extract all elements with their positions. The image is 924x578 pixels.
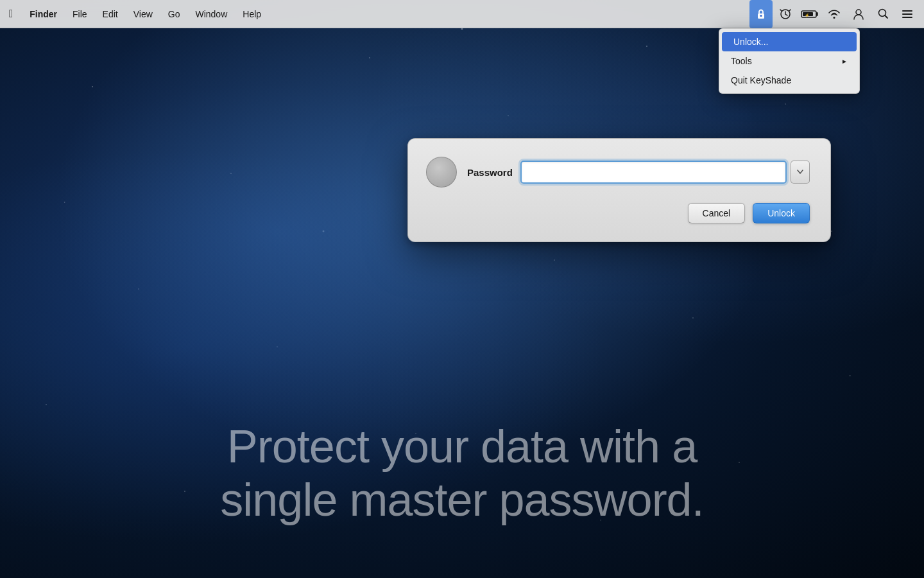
password-input[interactable] (520, 161, 787, 184)
tools-submenu-arrow: ► (841, 58, 848, 65)
apple-menu[interactable]:  (0, 0, 22, 28)
unlock-menu-label: Unlock... (733, 37, 768, 47)
view-menu[interactable]: View (126, 0, 160, 28)
wifi-menubar-icon[interactable] (823, 0, 846, 28)
go-menu[interactable]: Go (160, 0, 188, 28)
svg-point-6 (856, 10, 861, 15)
dialog-app-icon (426, 157, 457, 188)
dialog-buttons: Cancel Unlock (426, 203, 810, 223)
dialog-content: Password (426, 157, 810, 188)
svg-rect-9 (902, 13, 912, 15)
svg-text:⚡: ⚡ (805, 13, 810, 18)
quit-menu-label: Quit KeyShade (731, 75, 791, 85)
password-dialog: Password Cancel Unlock (407, 138, 831, 242)
timemachine-icon (779, 8, 792, 20)
edit-menu[interactable]: Edit (95, 0, 126, 28)
file-menu[interactable]: File (65, 0, 95, 28)
menu-item-tools[interactable]: Tools ► (719, 51, 859, 71)
chevron-down-icon (797, 170, 803, 175)
keyshade-menubar-icon[interactable] (749, 0, 773, 28)
lock-icon (755, 8, 767, 20)
list-menubar-icon[interactable] (896, 0, 919, 28)
user-icon (853, 8, 864, 20)
help-menu[interactable]: Help (235, 0, 269, 28)
keyshade-dropdown-menu: Unlock... Tools ► Quit KeyShade (719, 28, 860, 94)
battery-icon: ⚡ (801, 10, 819, 19)
svg-rect-1 (760, 15, 762, 17)
battery-menubar-icon[interactable]: ⚡ (798, 0, 821, 28)
tagline-line1: Protect your data with a (38, 420, 886, 473)
tagline-line2: single master password. (38, 473, 886, 527)
window-menu[interactable]: Window (187, 0, 235, 28)
search-menubar-icon[interactable] (871, 0, 894, 28)
menu-item-quit[interactable]: Quit KeyShade (719, 71, 859, 90)
user-menubar-icon[interactable] (847, 0, 870, 28)
unlock-button[interactable]: Unlock (753, 203, 810, 223)
svg-rect-8 (902, 10, 912, 12)
password-label: Password (467, 167, 513, 178)
list-icon (902, 9, 913, 19)
tools-menu-label: Tools (731, 56, 752, 66)
cancel-button[interactable]: Cancel (688, 203, 746, 223)
finder-menu[interactable]: Finder (22, 0, 65, 28)
wifi-icon (828, 9, 841, 19)
svg-rect-10 (902, 17, 912, 18)
password-input-wrapper (520, 161, 810, 184)
dialog-fields: Password (467, 161, 810, 184)
tagline: Protect your data with a single master p… (0, 420, 924, 527)
menubar:  Finder File Edit View Go Window Help (0, 0, 924, 28)
menubar-right: ⚡ (749, 0, 924, 28)
menubar-left:  Finder File Edit View Go Window Help (0, 0, 749, 28)
menu-item-unlock[interactable]: Unlock... (722, 32, 857, 51)
search-icon (878, 8, 889, 19)
password-dropdown-button[interactable] (791, 161, 810, 184)
timemachine-menubar-icon[interactable] (774, 0, 797, 28)
